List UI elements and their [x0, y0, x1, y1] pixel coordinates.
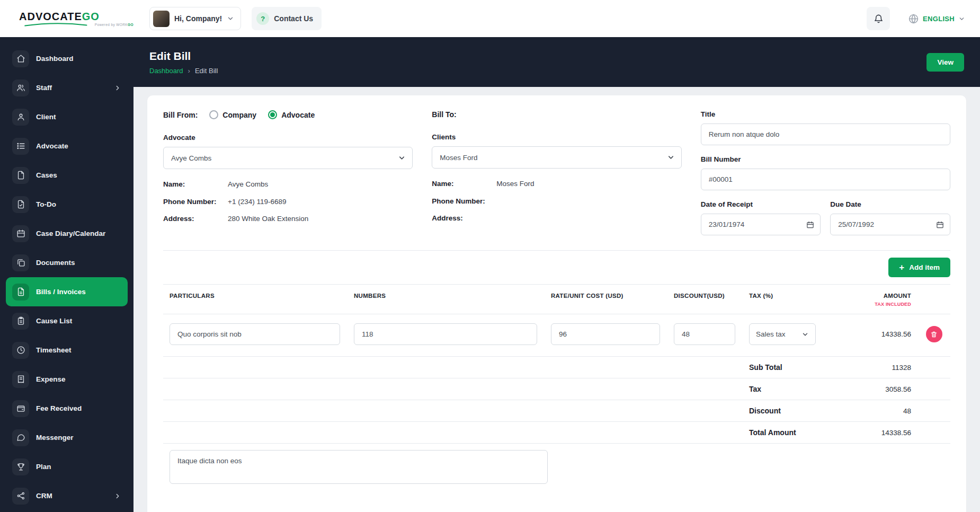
sidebar-item-bills-invoices[interactable]: Bills / Invoices	[6, 277, 128, 306]
rate-cell	[551, 323, 674, 345]
client-name-value: Moses Ford	[496, 179, 534, 189]
sidebar-item-client[interactable]: Client	[6, 102, 128, 131]
sidebar: Dashboard Staff Client Advocate Cases	[0, 37, 133, 512]
contact-us-label: Contact Us	[274, 14, 313, 23]
title-input[interactable]	[701, 123, 950, 145]
bill-from-label: Bill From:	[163, 111, 198, 119]
sidebar-item-messenger[interactable]: Messenger	[6, 423, 128, 452]
powered-by-label: Powered by WORKGO	[95, 23, 133, 27]
due-date-wrap	[830, 214, 950, 235]
delete-item-button[interactable]	[926, 326, 942, 342]
notes-wrap	[170, 450, 950, 486]
bill-to-label: Bill To:	[432, 110, 681, 119]
advocate-select[interactable]: Avye Combs	[163, 147, 413, 169]
sidebar-item-label: Advocate	[36, 142, 68, 150]
sidebar-item-label: CRM	[36, 492, 52, 500]
brand-logo[interactable]: ADVOCATEGO Powered by WORKGO	[19, 11, 133, 27]
sidebar-item-advocate[interactable]: Advocate	[6, 131, 128, 161]
brand-name-secondary: GO	[82, 11, 100, 22]
chevron-down-icon	[958, 15, 965, 22]
sidebar-item-crm[interactable]: CRM	[6, 481, 128, 510]
sidebar-item-expense[interactable]: Expense	[6, 365, 128, 394]
breadcrumb: Dashboard › Edit Bill	[149, 67, 218, 75]
numbers-input[interactable]	[354, 323, 537, 345]
add-item-label: Add item	[909, 263, 940, 271]
advocate-address-value: 280 White Oak Extension	[228, 214, 308, 224]
phone-label: Phone Number:	[163, 197, 228, 207]
radio-company-label: Company	[222, 111, 256, 119]
advocate-address-row: Address: 280 White Oak Extension	[163, 214, 413, 224]
main-area: Edit Bill Dashboard › Edit Bill View	[133, 37, 980, 512]
name-label: Name:	[163, 180, 228, 189]
sidebar-item-label: To-Do	[36, 200, 56, 208]
view-button[interactable]: View	[926, 53, 964, 72]
calendar-icon	[12, 225, 29, 242]
discount-input[interactable]	[674, 323, 735, 345]
advocate-name-value: Avye Combs	[228, 180, 268, 189]
topbar: ADVOCATEGO Powered by WORKGO Hi, Company…	[0, 0, 980, 37]
sidebar-item-plan[interactable]: Plan	[6, 452, 128, 481]
dates-row: Date of Receipt Due Date	[701, 200, 950, 235]
sidebar-item-label: Expense	[36, 375, 66, 383]
cases-icon	[12, 167, 29, 184]
bell-icon	[874, 14, 884, 24]
breadcrumb-dashboard-link[interactable]: Dashboard	[149, 67, 183, 75]
sidebar-item-dashboard[interactable]: Dashboard	[6, 44, 128, 73]
plus-icon: +	[899, 263, 904, 272]
client-icon	[12, 109, 29, 126]
sidebar-item-label: Cause List	[36, 317, 72, 325]
edit-bill-card: Bill From: Company Advocate	[147, 95, 966, 512]
radio-advocate-control[interactable]	[268, 110, 277, 119]
avatar	[153, 11, 170, 27]
sidebar-item-timesheet[interactable]: Timesheet	[6, 336, 128, 365]
account-menu[interactable]: Hi, Company!	[149, 7, 241, 30]
sidebar-item-case-diary-calendar[interactable]: Case Diary/Calendar	[6, 219, 128, 248]
client-address-row: Address:	[432, 214, 681, 223]
sidebar-item-cause-list[interactable]: Cause List	[6, 306, 128, 336]
sidebar-item-label: Documents	[36, 259, 75, 267]
sidebar-item-fee-received[interactable]: Fee Received	[6, 394, 128, 423]
bill-from-row: Bill From: Company Advocate	[163, 110, 413, 119]
add-item-button[interactable]: + Add item	[888, 258, 950, 277]
particulars-cell	[163, 323, 354, 345]
item-row: Sales tax 14338.56	[163, 314, 950, 357]
sidebar-item-label: Cases	[36, 171, 57, 179]
rate-input[interactable]	[551, 323, 660, 345]
page-header-titles: Edit Bill Dashboard › Edit Bill	[149, 50, 218, 75]
sidebar-item-label: Staff	[36, 84, 52, 92]
language-selector[interactable]: ENGLISH	[908, 13, 965, 24]
sidebar-item-documents[interactable]: Documents	[6, 248, 128, 277]
sidebar-item-label: Messenger	[36, 434, 74, 442]
greeting-label: Hi, Company!	[174, 14, 222, 23]
bill-number-input[interactable]	[701, 169, 950, 190]
items-table-header: PARTICULARS NUMBERS RATE/UNIT COST (USD)…	[163, 284, 950, 314]
client-select[interactable]: Moses Ford	[432, 146, 681, 169]
brand-logo-sub: Powered by WORKGO	[19, 23, 133, 27]
notifications-button[interactable]	[867, 7, 890, 30]
advocate-select-wrap: Avye Combs	[163, 147, 413, 169]
advocate-field-label: Advocate	[163, 134, 413, 142]
due-date-input[interactable]	[830, 214, 950, 235]
particulars-input[interactable]	[170, 323, 340, 345]
contact-us-icon: ?	[256, 12, 269, 25]
brand-name-primary: ADVOCATE	[19, 11, 82, 22]
radio-company-control[interactable]	[209, 110, 218, 119]
tax-value: 3058.56	[830, 385, 917, 393]
address-label: Address:	[432, 214, 496, 223]
title-field-label: Title	[701, 110, 950, 118]
sidebar-item-todo[interactable]: To-Do	[6, 190, 128, 219]
tax-select[interactable]: Sales tax	[749, 323, 816, 345]
radio-advocate[interactable]: Advocate	[268, 110, 315, 119]
bill-to-column: Bill To: Clients Moses Ford Name: Moses …	[432, 110, 681, 235]
topbar-logo-area: ADVOCATEGO Powered by WORKGO	[0, 11, 133, 27]
logo-swoosh-icon	[19, 23, 93, 27]
notes-textarea[interactable]	[170, 450, 548, 484]
col-amount: AMOUNT TAX INCLUDED	[830, 293, 917, 307]
date-of-receipt-wrap	[701, 214, 821, 235]
client-name-row: Name: Moses Ford	[432, 179, 681, 189]
radio-company[interactable]: Company	[209, 110, 256, 119]
contact-us-button[interactable]: ? Contact Us	[252, 7, 322, 30]
sidebar-item-staff[interactable]: Staff	[6, 73, 128, 102]
sidebar-item-cases[interactable]: Cases	[6, 161, 128, 190]
date-of-receipt-input[interactable]	[701, 214, 821, 235]
